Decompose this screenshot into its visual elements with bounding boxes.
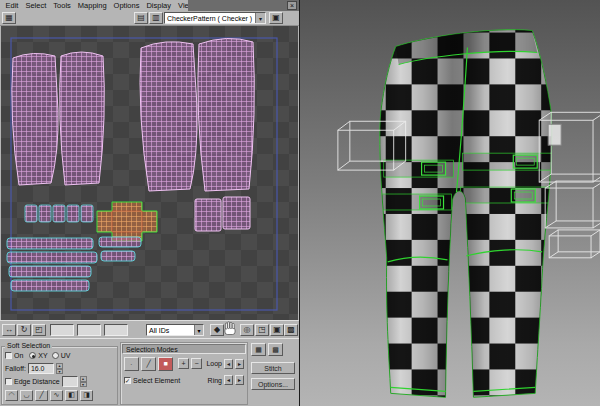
ring-right-icon[interactable]: ► [235, 375, 244, 385]
soft-selection-title: Soft Selection [5, 342, 52, 349]
uv-editor-canvas[interactable] [1, 26, 298, 320]
falloff-curve-b-button[interactable]: ◨ [80, 390, 93, 401]
stitch-button[interactable]: Stitch [251, 362, 295, 374]
vertex-mode-button[interactable]: ∙ [124, 357, 139, 371]
titlebar-strip: × [188, 0, 299, 11]
edit-uvws-window: Edit Select Tools Mapping Options Displa… [0, 0, 299, 406]
edge-distance-label: Edge Distance [14, 378, 60, 385]
uv-island-belt-loop[interactable] [81, 205, 93, 222]
show-map-icon[interactable]: ▤ [134, 12, 148, 24]
spinner-down-icon[interactable]: ▾ [56, 369, 63, 375]
falloff-curve-dip-button[interactable]: ◡ [20, 390, 33, 401]
uvw-options-panel: Soft Selection On XY UV Falloff: 16.0 ▴ … [0, 338, 299, 406]
uv-island-strap[interactable] [101, 251, 135, 261]
falloff-space-xy-radio[interactable] [29, 352, 36, 359]
show-grid-icon[interactable]: ▦ [2, 12, 16, 24]
uv-island-leg-panel[interactable] [140, 42, 197, 191]
move-tool-icon[interactable]: ↔ [2, 324, 16, 336]
zoom-icon[interactable]: ◎ [240, 324, 254, 336]
uv-island-belt-loop[interactable] [25, 205, 37, 222]
uv-island-belt-loop[interactable] [53, 205, 65, 222]
pick-texture-icon[interactable]: ▣ [269, 12, 283, 24]
ring-left-icon[interactable]: ◄ [224, 375, 233, 385]
viewport-svg [300, 0, 600, 406]
close-icon[interactable]: × [287, 1, 297, 10]
w-coordinate-field[interactable] [104, 324, 128, 336]
uvw-bottom-toolbar: ↔ ↻ ◰ All IDs ▾ ◆ ◎ ◳ ▣ ▩ [0, 320, 299, 338]
grow-selection-button[interactable]: + [178, 358, 189, 369]
spinner-down-icon[interactable]: ▾ [80, 382, 87, 388]
material-id-dropdown[interactable]: All IDs ▾ [146, 324, 204, 336]
falloff-field[interactable]: 16.0 [28, 363, 54, 374]
options-button[interactable]: Options... [251, 378, 295, 390]
material-id-value: All IDs [149, 327, 169, 334]
selection-modes-title: Selection Modes [126, 346, 178, 353]
menu-display[interactable]: Display [143, 1, 175, 10]
shrink-selection-button[interactable]: − [191, 358, 202, 369]
menu-edit[interactable]: Edit [2, 1, 22, 10]
loop-right-icon[interactable]: ► [235, 359, 244, 369]
loop-label: Loop [206, 360, 222, 367]
falloff-curve-wave-button[interactable]: ∿ [50, 390, 63, 401]
edge-distance-field[interactable] [62, 376, 78, 387]
scale-tool-icon[interactable]: ◰ [32, 324, 46, 336]
zoom-extents-icon[interactable]: ▣ [270, 324, 284, 336]
chevron-down-icon[interactable]: ▾ [255, 13, 265, 23]
uvw-toolbar: ▦ ▤ ▥ CheckerPattern ( Checker ) ▾ ▣ [0, 11, 299, 26]
edge-mode-button[interactable]: ╱ [141, 357, 156, 371]
chevron-down-icon[interactable]: ▾ [194, 325, 203, 335]
uv-island-strap[interactable] [99, 237, 141, 247]
uv-island-strap[interactable] [7, 238, 93, 249]
uv-island-pocket[interactable] [223, 197, 250, 229]
stitch-label: Stitch [264, 365, 282, 372]
ring-label: Ring [208, 377, 222, 384]
uv-island-strap[interactable] [9, 266, 91, 277]
falloff-space-uv-radio[interactable] [52, 352, 59, 359]
perspective-viewport[interactable] [299, 0, 600, 406]
texture-dropdown-value: CheckerPattern ( Checker ) [167, 15, 252, 22]
loop-left-icon[interactable]: ◄ [224, 359, 233, 369]
menu-options[interactable]: Options [110, 1, 143, 10]
face-mode-button[interactable]: ■ [158, 357, 173, 371]
menu-select[interactable]: Select [22, 1, 50, 10]
helper-box-solid [548, 124, 561, 145]
selection-modes-header[interactable]: Selection Modes [122, 344, 246, 354]
menu-mapping[interactable]: Mapping [74, 1, 110, 10]
falloff-spinner[interactable]: ▴ ▾ [56, 363, 63, 374]
uv-island-belt-loop[interactable] [67, 205, 79, 222]
uv-canvas-svg [1, 26, 298, 320]
selection-modes-group: Selection Modes ∙ ╱ ■ + − Loop ◄ ► ✓ Sel… [120, 342, 248, 405]
pants-model[interactable] [370, 21, 561, 406]
helper-box [549, 230, 600, 258]
soft-selection-on-checkbox[interactable] [5, 352, 12, 359]
u-coordinate-field[interactable] [50, 324, 74, 336]
select-element-checkbox[interactable]: ✓ [124, 377, 131, 384]
uv-island-belt-loop[interactable] [39, 205, 51, 222]
pan-grid-icon[interactable]: ▩ [284, 324, 298, 336]
uv-island-pocket[interactable] [195, 199, 221, 231]
texture-dropdown[interactable]: CheckerPattern ( Checker ) ▾ [164, 12, 266, 24]
snap-icon[interactable]: ◆ [210, 324, 224, 336]
v-coordinate-field[interactable] [77, 324, 101, 336]
uv-island-leg-panel[interactable] [12, 53, 58, 185]
falloff-curve-linear-button[interactable]: ╱ [35, 390, 48, 401]
edge-distance-checkbox[interactable] [5, 378, 12, 385]
uv-channel-icon[interactable]: ▥ [149, 12, 163, 24]
rotate-plus90-icon[interactable]: ▦ [251, 343, 266, 356]
rotate-tool-icon[interactable]: ↻ [17, 324, 31, 336]
menu-tools[interactable]: Tools [50, 1, 75, 10]
soft-selection-on-label: On [14, 352, 23, 359]
uv-island-strap[interactable] [11, 280, 89, 291]
menu-bar: Edit Select Tools Mapping Options Displa… [0, 0, 188, 11]
rotate-minus90-icon[interactable]: ▩ [268, 343, 283, 356]
soft-selection-group: Soft Selection On XY UV Falloff: 16.0 ▴ … [1, 346, 118, 405]
uv-island-leg-panel[interactable] [198, 38, 254, 191]
zoom-region-icon[interactable]: ◳ [255, 324, 269, 336]
falloff-curve-a-button[interactable]: ◧ [65, 390, 78, 401]
falloff-curve-smooth-button[interactable]: ◠ [5, 390, 18, 401]
uv-island-leg-panel[interactable] [60, 52, 105, 185]
panel-right-column: ▦ ▩ Stitch Options... [251, 343, 297, 405]
helper-box [545, 181, 600, 228]
uv-island-strap[interactable] [7, 252, 97, 263]
edge-distance-spinner[interactable]: ▴ ▾ [80, 376, 87, 387]
